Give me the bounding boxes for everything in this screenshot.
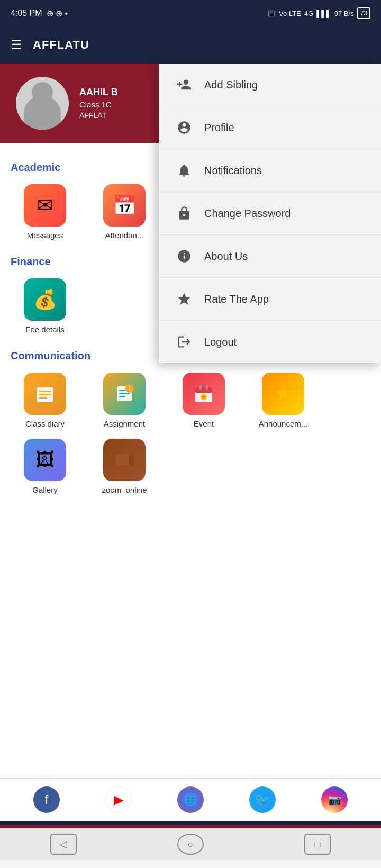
volte-icon: Vo LTE bbox=[279, 10, 301, 17]
svg-rect-2 bbox=[39, 394, 51, 395]
event-icon bbox=[183, 373, 225, 415]
social-bar: f ▶ 🌐 🐦 📷 bbox=[0, 778, 381, 821]
vibrate-icon: 📳 bbox=[267, 10, 276, 17]
announcement-label: Announcem... bbox=[259, 419, 308, 428]
fee-details-item[interactable]: 💰 Fee details bbox=[11, 278, 79, 334]
logout-menu-item[interactable]: Logout bbox=[159, 321, 381, 363]
change-password-label: Change Password bbox=[204, 207, 291, 220]
rate-app-label: Rate The App bbox=[204, 293, 269, 305]
rate-app-menu-item[interactable]: Rate The App bbox=[159, 278, 381, 321]
profile-school: AFFLAT bbox=[79, 111, 118, 120]
hamburger-menu-button[interactable]: ☰ bbox=[11, 38, 22, 52]
profile-name: AAHIL B bbox=[79, 87, 118, 98]
avatar bbox=[16, 77, 69, 130]
messages-icon: ✉ bbox=[24, 184, 66, 227]
add-sibling-menu-item[interactable]: Add Sibling bbox=[159, 64, 381, 106]
lock-key-icon bbox=[175, 204, 194, 223]
data-speed: 97 B/s bbox=[334, 10, 354, 17]
svg-text:!: ! bbox=[129, 386, 130, 392]
app-title: AFFLATU bbox=[33, 38, 89, 52]
class-diary-icon bbox=[24, 373, 66, 415]
star-icon bbox=[175, 290, 194, 309]
recent-apps-button[interactable]: □ bbox=[304, 834, 331, 855]
profile-label: Profile bbox=[204, 122, 234, 134]
status-bar: 4:05 PM ⊕ ⊕ • 📳 Vo LTE 4G ▌▌▌ 97 B/s 73 bbox=[0, 0, 381, 26]
avatar-silhouette bbox=[24, 95, 61, 130]
svg-rect-18 bbox=[116, 455, 129, 465]
gallery-label: Gallery bbox=[32, 485, 58, 494]
website-button[interactable]: 🌐 bbox=[177, 786, 204, 813]
svg-rect-7 bbox=[119, 396, 125, 397]
fee-label: Fee details bbox=[25, 325, 64, 334]
home-button[interactable]: ○ bbox=[177, 834, 204, 855]
event-label: Event bbox=[194, 419, 214, 428]
assignment-item[interactable]: ! Assignment bbox=[90, 373, 159, 428]
back-button[interactable]: ◁ bbox=[50, 834, 77, 855]
notifications-label: Notifications bbox=[204, 165, 262, 177]
instagram-button[interactable]: 📷 bbox=[321, 786, 348, 813]
attendance-label: Attendan... bbox=[105, 231, 144, 240]
zoom-icon bbox=[103, 439, 146, 481]
svg-marker-17 bbox=[276, 385, 291, 401]
status-left: 4:05 PM ⊕ ⊕ • bbox=[11, 8, 68, 19]
svg-rect-3 bbox=[39, 397, 47, 399]
network-icon: 4G bbox=[304, 10, 313, 17]
profile-info: AAHIL B Class 1C AFFLAT bbox=[79, 87, 118, 120]
youtube-button[interactable]: ▶ bbox=[105, 786, 132, 813]
communication-grid: Class diary ! Assignment bbox=[11, 373, 370, 494]
attendance-item[interactable]: 📅 Attendan... bbox=[90, 184, 159, 240]
about-us-label: About Us bbox=[204, 250, 248, 263]
android-nav-buttons: ◁ ○ □ bbox=[0, 828, 381, 860]
dropdown-menu: Add Sibling Profile Notifications Change… bbox=[159, 64, 381, 363]
logout-label: Logout bbox=[204, 336, 237, 348]
gallery-icon: 🖼 bbox=[24, 439, 66, 481]
bottom-nav-bar bbox=[0, 821, 381, 825]
zoom-item[interactable]: zoom_online bbox=[90, 439, 159, 494]
svg-rect-13 bbox=[206, 385, 208, 390]
about-us-menu-item[interactable]: About Us bbox=[159, 235, 381, 278]
signal-icons: ⊕ ⊕ • bbox=[47, 8, 68, 19]
gallery-item[interactable]: 🖼 Gallery bbox=[11, 439, 79, 494]
twitter-button[interactable]: 🐦 bbox=[249, 786, 276, 813]
event-item[interactable]: Event bbox=[169, 373, 238, 428]
communication-section: Communication Class diary bbox=[11, 350, 370, 494]
svg-marker-19 bbox=[129, 454, 134, 466]
announcement-icon bbox=[262, 373, 304, 415]
status-right: 📳 Vo LTE 4G ▌▌▌ 97 B/s 73 bbox=[267, 7, 370, 19]
change-password-menu-item[interactable]: Change Password bbox=[159, 192, 381, 235]
add-sibling-icon bbox=[175, 75, 194, 94]
bell-icon bbox=[175, 161, 194, 180]
profile-class: Class 1C bbox=[79, 100, 118, 109]
class-diary-label: Class diary bbox=[25, 419, 65, 428]
assignment-label: Assignment bbox=[104, 419, 145, 428]
class-diary-item[interactable]: Class diary bbox=[11, 373, 79, 428]
time-display: 4:05 PM bbox=[11, 8, 42, 18]
messages-label: Messages bbox=[27, 231, 63, 240]
profile-menu-icon bbox=[175, 118, 194, 137]
fee-icon: 💰 bbox=[24, 278, 66, 321]
info-icon bbox=[175, 247, 194, 266]
signal-bars: ▌▌▌ bbox=[316, 10, 331, 17]
svg-rect-12 bbox=[199, 385, 202, 390]
add-sibling-label: Add Sibling bbox=[204, 79, 258, 91]
svg-rect-6 bbox=[119, 393, 130, 394]
battery-indicator: 73 bbox=[357, 7, 370, 19]
zoom-label: zoom_online bbox=[102, 485, 147, 494]
facebook-button[interactable]: f bbox=[33, 786, 60, 813]
logout-icon bbox=[175, 332, 194, 351]
messages-item[interactable]: ✉ Messages bbox=[11, 184, 79, 240]
attendance-icon: 📅 bbox=[103, 184, 146, 227]
profile-menu-item[interactable]: Profile bbox=[159, 106, 381, 149]
svg-rect-11 bbox=[195, 387, 212, 393]
app-header: ☰ AFFLATU bbox=[0, 26, 381, 64]
announcement-item[interactable]: Announcem... bbox=[249, 373, 318, 428]
svg-rect-1 bbox=[39, 391, 51, 392]
notifications-menu-item[interactable]: Notifications bbox=[159, 149, 381, 192]
assignment-icon: ! bbox=[103, 373, 146, 415]
